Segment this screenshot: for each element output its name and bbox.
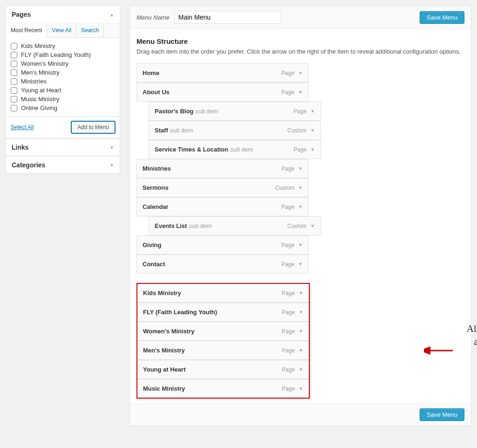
chevron-down-icon[interactable]: ▼ [298, 204, 303, 209]
tab-view-all[interactable]: View All [47, 23, 76, 37]
menu-item-meta: Page▼ [293, 108, 315, 115]
menu-item-title: Pastor's Blogsub item [155, 108, 218, 115]
tab-search[interactable]: Search [76, 23, 104, 37]
menu-item[interactable]: Events Listsub itemCustom▼ [149, 216, 321, 235]
menu-item-title: Service Times & Locationsub item [155, 146, 253, 153]
checkbox[interactable] [11, 105, 17, 111]
checkbox[interactable] [11, 69, 17, 76]
chevron-down-icon[interactable]: ▼ [298, 242, 303, 248]
menu-item[interactable]: About UsPage▼ [136, 83, 309, 102]
menu-item[interactable]: CalendarPage▼ [136, 197, 309, 216]
select-all-link[interactable]: Select All [11, 124, 34, 131]
tab-most-recent[interactable]: Most Recent [6, 23, 47, 38]
list-item[interactable]: Kids Ministry [11, 41, 115, 50]
menu-item-meta: Page▼ [282, 386, 303, 392]
list-item[interactable]: Men's Ministry [11, 68, 115, 77]
sub-item-label: sub item [189, 222, 211, 229]
checkbox[interactable] [11, 87, 17, 94]
chevron-down-icon[interactable]: ▼ [298, 166, 303, 171]
menu-item-type: Page [282, 328, 295, 335]
menu-structure-title: Menu Structure [136, 37, 464, 45]
menu-item-meta: Page▼ [281, 70, 303, 76]
chevron-down-icon[interactable]: ▼ [298, 90, 303, 95]
menu-item-title: FLY (Faith Leading Youth) [143, 309, 217, 316]
menu-item-meta: Custom▼ [287, 223, 315, 229]
chevron-down-icon[interactable]: ▼ [298, 185, 303, 190]
menu-item-type: Page [282, 309, 295, 316]
menu-item-type: Custom [287, 223, 307, 229]
chevron-down-icon[interactable]: ▼ [299, 310, 303, 315]
menu-item[interactable]: MinistriesPage▼ [136, 159, 309, 178]
checkbox[interactable] [11, 43, 17, 49]
save-menu-button-bottom[interactable]: Save Menu [420, 408, 464, 421]
menu-item-type: Page [282, 347, 295, 354]
panel-categories-header[interactable]: Categories ▼ [6, 157, 120, 173]
chevron-down-icon[interactable]: ▼ [310, 223, 315, 228]
menu-item[interactable]: ContactPage▼ [136, 255, 309, 274]
list-item[interactable]: Music Ministry [11, 95, 115, 103]
menu-item[interactable]: SermonsCustom▼ [136, 178, 309, 197]
panel-pages-header[interactable]: Pages ▲ [6, 6, 120, 23]
menu-item-meta: Custom▼ [287, 127, 315, 134]
menu-item-meta: Page▼ [281, 165, 303, 172]
menu-item-meta: Page▼ [282, 366, 303, 373]
menu-name-input[interactable] [174, 11, 281, 24]
list-item[interactable]: Online Giving [11, 103, 115, 112]
menu-item[interactable]: GivingPage▼ [136, 235, 309, 255]
list-item[interactable]: Young at Heart [11, 86, 115, 95]
checkbox[interactable] [11, 78, 17, 85]
menu-item[interactable]: Men's MinistryPage▼ [137, 341, 309, 360]
panel-links-title: Links [12, 144, 29, 151]
menu-item-meta: Custom▼ [275, 185, 303, 191]
pages-list[interactable]: Kids Ministry FLY (Faith Leading Youth) … [6, 38, 120, 117]
chevron-down-icon[interactable]: ▼ [310, 147, 315, 152]
list-item[interactable]: Women's Ministry [11, 59, 115, 68]
menu-item[interactable]: Music MinistryPage▼ [137, 379, 309, 398]
menu-item-type: Page [281, 165, 294, 172]
menu-item-title: Women's Ministry [143, 328, 194, 335]
menu-structure: Menu Structure Drag each item into the o… [130, 29, 471, 403]
menu-items: HomePage▼About UsPage▼Pastor's Blogsub i… [136, 63, 464, 274]
list-item[interactable]: Ministries [11, 77, 115, 86]
chevron-down-icon[interactable]: ▼ [299, 386, 303, 391]
menu-item-title: Men's Ministry [143, 347, 185, 354]
checkbox[interactable] [11, 52, 17, 58]
menu-item[interactable]: HomePage▼ [136, 63, 309, 83]
highlighted-items-box: Kids MinistryPage▼FLY (Faith Leading You… [136, 283, 310, 399]
checkbox[interactable] [11, 96, 17, 103]
sub-item-label: sub item [230, 146, 253, 153]
panel-links-header[interactable]: Links ▼ [6, 139, 120, 156]
menu-item[interactable]: Women's MinistryPage▼ [137, 322, 309, 341]
chevron-down-icon[interactable]: ▼ [298, 70, 303, 76]
menu-item[interactable]: Staffsub itemCustom▼ [149, 121, 321, 140]
chevron-down-icon: ▼ [109, 163, 114, 168]
sidebar: Pages ▲ Most Recent View All Search Kids… [6, 6, 120, 426]
checkbox[interactable] [11, 61, 17, 67]
chevron-down-icon[interactable]: ▼ [310, 109, 315, 114]
menu-structure-desc: Drag each item into the order you prefer… [136, 48, 464, 55]
chevron-down-icon[interactable]: ▼ [299, 290, 303, 296]
menu-item[interactable]: Young at HeartPage▼ [137, 360, 309, 379]
panel-pages: Pages ▲ Most Recent View All Search Kids… [6, 6, 120, 138]
menu-item-title: Contact [143, 261, 165, 268]
chevron-down-icon[interactable]: ▼ [310, 128, 315, 133]
chevron-down-icon[interactable]: ▼ [299, 329, 303, 334]
save-menu-button[interactable]: Save Menu [420, 11, 464, 24]
menu-item-type: Page [281, 204, 294, 210]
chevron-down-icon[interactable]: ▼ [299, 367, 303, 372]
menu-item-title: Events Listsub item [155, 222, 212, 229]
add-to-menu-button[interactable]: Add to Menu [71, 121, 115, 133]
menu-item[interactable]: Pastor's Blogsub itemPage▼ [149, 102, 321, 121]
menu-item-title: Young at Heart [143, 366, 186, 373]
chevron-down-icon[interactable]: ▼ [298, 262, 303, 267]
menu-name-bar: Menu Name Save Menu [130, 6, 471, 29]
list-item[interactable]: FLY (Faith Leading Youth) [11, 50, 115, 59]
menu-item-type: Page [282, 290, 295, 296]
chevron-down-icon[interactable]: ▼ [299, 348, 303, 353]
menu-item-type: Page [281, 89, 294, 96]
menu-item[interactable]: Kids MinistryPage▼ [137, 284, 309, 303]
menu-item-title: Ministries [143, 165, 171, 172]
menu-item[interactable]: FLY (Faith Leading Youth)Page▼ [137, 303, 309, 322]
menu-item[interactable]: Service Times & Locationsub itemPage▼ [149, 140, 321, 159]
panel-pages-title: Pages [12, 11, 31, 18]
